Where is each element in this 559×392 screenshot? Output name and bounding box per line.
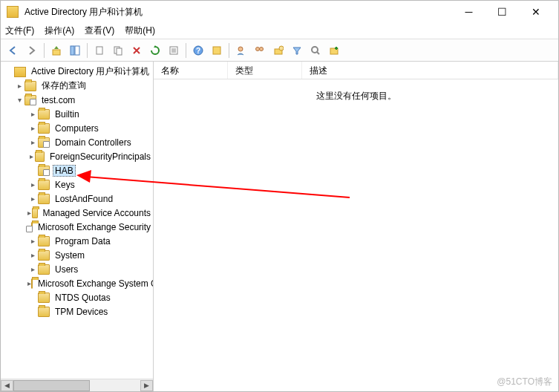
refresh-button[interactable]: [147, 42, 163, 59]
tree-label: Program Data: [53, 235, 113, 247]
svg-text:?: ?: [196, 47, 200, 55]
tree-builtin[interactable]: ▸Builtin: [1, 107, 153, 121]
list-panel: 名称 类型 描述 这里没有任何项目。: [154, 62, 558, 391]
menu-bar: 文件(F) 操作(A) 查看(V) 帮助(H): [1, 23, 558, 39]
tree-ntds[interactable]: ▸NTDS Quotas: [1, 290, 153, 304]
tree-computers[interactable]: ▸Computers: [1, 121, 153, 135]
folder-icon: [38, 109, 50, 120]
delete-button[interactable]: [128, 42, 145, 59]
ou-icon: [38, 166, 50, 176]
tree-label: Microsoft Exchange System Objects: [36, 278, 154, 290]
tree-label: TPM Devices: [53, 306, 110, 318]
menu-action[interactable]: 操作(A): [45, 24, 74, 37]
tree-program-data[interactable]: ▸Program Data: [1, 234, 153, 248]
list-header: 名称 类型 描述: [154, 62, 558, 79]
domain-icon: [24, 95, 36, 105]
tree-mex-system[interactable]: ▸Microsoft Exchange System Objects: [1, 276, 153, 290]
tree-lostandfound[interactable]: ▸LostAndFound: [1, 192, 153, 206]
svg-point-15: [312, 47, 318, 53]
tree-root[interactable]: ▸Active Directory 用户和计算机: [1, 65, 153, 79]
svg-point-10: [238, 47, 243, 51]
menu-file[interactable]: 文件(F): [5, 24, 34, 37]
folder-icon: [38, 264, 50, 275]
watermark: @51CTO博客: [497, 376, 552, 388]
svg-rect-0: [53, 50, 60, 55]
tree-users[interactable]: ▸Users: [1, 262, 153, 276]
col-name[interactable]: 名称: [154, 62, 228, 79]
folder-icon: [38, 180, 50, 190]
folder-icon: [24, 81, 36, 91]
tree-label: 保存的查询: [39, 79, 88, 93]
folder-icon: [31, 278, 33, 289]
folder-icon: [38, 307, 50, 317]
maximize-button[interactable]: ☐: [486, 1, 519, 22]
tree-hab[interactable]: ▸HAB: [1, 163, 153, 177]
copy-button[interactable]: [110, 42, 126, 59]
col-desc[interactable]: 描述: [302, 62, 558, 79]
show-hide-button[interactable]: [67, 42, 83, 59]
tree-label: Microsoft Exchange Security Groups: [36, 221, 154, 233]
svg-point-14: [279, 46, 284, 50]
folder-icon: [32, 208, 38, 218]
scroll-left-button[interactable]: ◀: [1, 380, 13, 391]
minimize-button[interactable]: ─: [452, 1, 486, 22]
add-button[interactable]: [326, 42, 342, 59]
scroll-thumb[interactable]: [13, 380, 90, 391]
tree-label: Managed Service Accounts: [41, 207, 153, 219]
toolbar: ?: [1, 39, 558, 62]
svg-rect-5: [117, 48, 122, 55]
filter-button[interactable]: [289, 42, 305, 59]
tree-hscrollbar[interactable]: ◀ ▶: [1, 379, 153, 391]
tree-label: LostAndFound: [53, 193, 115, 205]
tree-label-selected: HAB: [53, 165, 76, 177]
col-type[interactable]: 类型: [228, 62, 302, 79]
tree-fsp[interactable]: ▸ForeignSecurityPrincipals: [1, 149, 153, 163]
up-button[interactable]: [48, 42, 65, 59]
tree-label: System: [53, 249, 87, 261]
svg-rect-1: [71, 46, 74, 55]
app-icon: [14, 67, 26, 77]
tree-tpm[interactable]: ▸TPM Devices: [1, 304, 153, 318]
back-button[interactable]: [5, 42, 22, 59]
folder-icon: [38, 293, 50, 303]
window-title: Active Directory 用户和计算机: [24, 6, 452, 19]
scroll-right-button[interactable]: ▶: [140, 380, 153, 391]
folder-icon: [38, 123, 50, 134]
menu-view[interactable]: 查看(V): [85, 24, 114, 37]
tree-mex-security[interactable]: ▸Microsoft Exchange Security Groups: [1, 220, 153, 234]
tree-panel: ▸Active Directory 用户和计算机 ▸保存的查询 ▾test.co…: [1, 62, 154, 391]
tree-system[interactable]: ▸System: [1, 248, 153, 262]
menu-help[interactable]: 帮助(H): [125, 24, 155, 37]
new-group-button[interactable]: [252, 42, 268, 59]
svg-rect-2: [75, 46, 79, 55]
tree-saved-queries[interactable]: ▸保存的查询: [1, 79, 153, 93]
tree-domain-controllers[interactable]: ▸Domain Controllers: [1, 135, 153, 149]
tree-label: Keys: [53, 179, 77, 191]
help-button[interactable]: ?: [190, 42, 206, 59]
tree-domain[interactable]: ▾test.com: [1, 93, 153, 107]
tree-keys[interactable]: ▸Keys: [1, 177, 153, 192]
tree-label: Domain Controllers: [53, 137, 134, 148]
ou-icon: [38, 137, 50, 148]
folder-icon: [35, 151, 44, 162]
title-bar: Active Directory 用户和计算机 ─ ☐ ✕: [1, 1, 558, 23]
forward-button[interactable]: [24, 42, 40, 59]
tree-label: ForeignSecurityPrincipals: [48, 151, 153, 163]
svg-rect-3: [97, 47, 102, 54]
svg-point-12: [260, 47, 264, 50]
new-user-button[interactable]: [233, 42, 249, 59]
new-ou-button[interactable]: [270, 42, 287, 59]
properties-button[interactable]: [209, 42, 225, 59]
tree-label: Users: [53, 264, 80, 275]
scroll-track[interactable]: [13, 380, 140, 391]
cut-button[interactable]: [91, 42, 108, 59]
folder-icon: [38, 250, 50, 261]
export-button[interactable]: [166, 42, 182, 59]
empty-message: 这里没有任何项目。: [154, 90, 558, 102]
folder-icon: [38, 236, 50, 246]
tree-label: Builtin: [53, 108, 82, 120]
tree-msa[interactable]: ▸Managed Service Accounts: [1, 206, 153, 220]
tree-label: Active Directory 用户和计算机: [29, 65, 151, 79]
find-button[interactable]: [307, 42, 324, 59]
close-button[interactable]: ✕: [519, 1, 552, 22]
